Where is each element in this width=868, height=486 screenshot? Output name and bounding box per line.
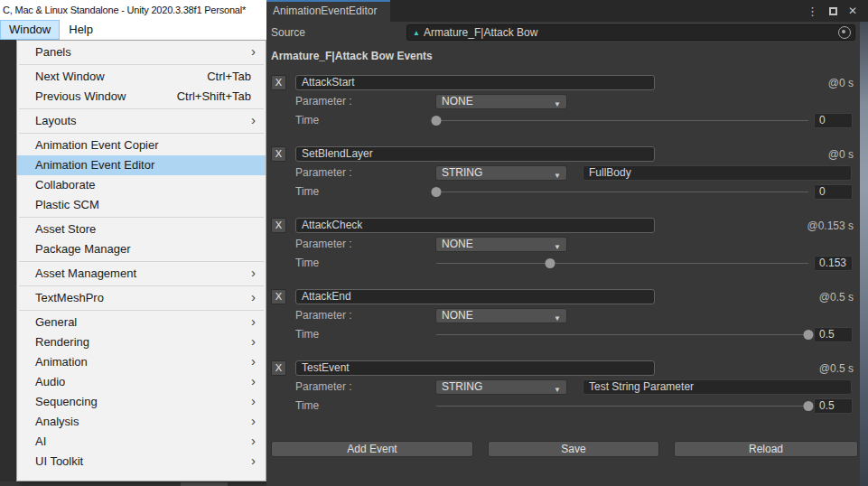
parameter-string-field[interactable]: FullBody xyxy=(583,165,852,181)
chevron-down-icon: ▼ xyxy=(554,98,561,111)
menu-item-textmeshpro[interactable]: TextMeshPro › xyxy=(17,288,266,308)
window-controls: ⋮ ✕ xyxy=(807,0,857,22)
slider-handle[interactable] xyxy=(432,187,442,197)
object-picker-icon[interactable] xyxy=(838,26,851,39)
event-row: X TestEvent @0.5 s Parameter : STRING ▼ … xyxy=(271,360,854,416)
parameter-string-field[interactable]: Test String Parameter xyxy=(583,379,852,395)
parameter-type-dropdown[interactable]: NONE ▼ xyxy=(435,237,567,252)
menu-item-analysis[interactable]: Analysis › xyxy=(17,412,266,432)
delete-event-button[interactable]: X xyxy=(271,218,286,233)
obscured-ui-fragment xyxy=(181,482,228,486)
event-name-field[interactable]: AttackEnd xyxy=(295,289,655,304)
time-value-field[interactable]: 0.153 xyxy=(814,256,853,271)
event-name-field[interactable]: TestEvent xyxy=(295,360,655,376)
submenu-arrow-icon: › xyxy=(251,110,256,130)
delete-event-button[interactable]: X xyxy=(271,146,286,162)
menu-item-package-manager[interactable]: Package Manager xyxy=(17,239,266,259)
time-value-field[interactable]: 0.5 xyxy=(814,398,853,414)
submenu-arrow-icon: › xyxy=(251,42,256,61)
menubar-item-help[interactable]: Help xyxy=(60,20,102,40)
parameter-type-dropdown[interactable]: NONE ▼ xyxy=(435,308,567,323)
submenu-arrow-icon: › xyxy=(251,371,256,391)
animation-clip-icon: ▲ xyxy=(413,29,420,37)
maximize-icon[interactable] xyxy=(829,7,837,15)
time-value-field[interactable]: 0 xyxy=(814,184,853,200)
parameter-label: Parameter : xyxy=(295,309,352,322)
tab-bar: AnimationEventEditor ⋮ ✕ xyxy=(266,0,868,22)
desktop-edge-strip xyxy=(860,22,868,486)
submenu-arrow-icon: › xyxy=(251,451,256,471)
submenu-arrow-icon: › xyxy=(251,411,256,431)
parameter-label: Parameter : xyxy=(295,95,352,107)
menu-item-audio[interactable]: Audio › xyxy=(17,372,266,392)
menu-item-previous-window[interactable]: Previous Window Ctrl+Shift+Tab xyxy=(17,87,266,107)
menu-item-layouts[interactable]: Layouts › xyxy=(17,111,266,131)
tab-animation-event-editor[interactable]: AnimationEventEditor xyxy=(266,0,390,22)
time-slider[interactable] xyxy=(436,113,808,128)
menu-item-rendering[interactable]: Rendering › xyxy=(17,332,266,352)
menu-item-animation-event-editor[interactable]: Animation Event Editor xyxy=(17,155,266,175)
slider-track xyxy=(436,263,808,264)
menu-item-asset-store[interactable]: Asset Store xyxy=(17,220,266,239)
close-icon[interactable]: ✕ xyxy=(848,5,857,17)
time-label: Time xyxy=(295,257,319,269)
menu-item-general[interactable]: General › xyxy=(17,313,266,332)
time-value-field[interactable]: 0 xyxy=(814,113,853,128)
slider-track xyxy=(436,192,808,192)
time-slider[interactable] xyxy=(436,327,808,342)
time-slider[interactable] xyxy=(436,184,808,200)
event-name-field[interactable]: AttackCheck xyxy=(295,218,655,233)
menu-separator xyxy=(19,310,264,311)
parameter-type-dropdown[interactable]: STRING ▼ xyxy=(435,165,567,181)
time-value-field[interactable]: 0.5 xyxy=(814,327,853,342)
delete-event-button[interactable]: X xyxy=(271,360,286,376)
menu-item-asset-management[interactable]: Asset Management › xyxy=(17,264,266,284)
slider-track xyxy=(436,120,808,121)
menu-item-next-window[interactable]: Next Window Ctrl+Tab xyxy=(17,67,266,87)
menu-item-panels[interactable]: Panels › xyxy=(17,42,266,62)
footer-buttons: Add Event Save Reload xyxy=(271,441,858,457)
submenu-arrow-icon: › xyxy=(251,312,256,332)
submenu-arrow-icon: › xyxy=(251,332,256,351)
menu-item-animation-event-copier[interactable]: Animation Event Copier xyxy=(17,136,266,155)
chevron-down-icon: ▼ xyxy=(554,383,561,397)
menu-item-ai[interactable]: AI › xyxy=(17,432,266,452)
event-name-field[interactable]: SetBlendLayer xyxy=(295,146,655,162)
event-row: X SetBlendLayer @0 s Parameter : STRING … xyxy=(271,146,854,202)
delete-event-button[interactable]: X xyxy=(271,289,286,304)
time-slider[interactable] xyxy=(436,398,808,414)
slider-track xyxy=(436,406,808,407)
parameter-type-dropdown[interactable]: STRING ▼ xyxy=(435,379,567,395)
menu-item-collaborate[interactable]: Collaborate xyxy=(17,175,266,195)
menu-separator xyxy=(19,217,264,218)
menu-item-sequencing[interactable]: Sequencing › xyxy=(17,392,266,412)
time-label: Time xyxy=(295,399,319,412)
menu-item-plastic-scm[interactable]: Plastic SCM xyxy=(17,195,266,215)
slider-handle[interactable] xyxy=(432,116,442,126)
slider-handle[interactable] xyxy=(804,330,814,340)
event-name-field[interactable]: AttackStart xyxy=(295,75,655,90)
slider-handle[interactable] xyxy=(804,401,814,411)
animation-event-editor-window: AnimationEventEditor ⋮ ✕ Source ▲ Armatu… xyxy=(266,0,868,486)
source-object-field[interactable]: ▲ Armature_F|Attack Bow xyxy=(406,24,855,41)
time-label: Time xyxy=(295,185,319,198)
delete-event-button[interactable]: X xyxy=(271,75,286,90)
chevron-down-icon: ▼ xyxy=(554,240,561,254)
menu-separator xyxy=(19,261,264,262)
slider-handle[interactable] xyxy=(546,258,555,268)
menu-item-ui-toolkit[interactable]: UI Toolkit › xyxy=(17,452,266,472)
parameter-label: Parameter : xyxy=(295,166,352,179)
kebab-menu-icon[interactable]: ⋮ xyxy=(807,5,818,18)
event-row: X AttackCheck @0.153 s Parameter : NONE … xyxy=(271,218,854,274)
menu-item-animation[interactable]: Animation › xyxy=(17,352,266,372)
menubar-item-window[interactable]: Window xyxy=(0,20,60,40)
add-event-button[interactable]: Add Event xyxy=(271,441,473,457)
parameter-type-dropdown[interactable]: NONE ▼ xyxy=(435,94,567,109)
time-slider[interactable] xyxy=(436,256,808,271)
submenu-arrow-icon: › xyxy=(251,263,256,283)
reload-button[interactable]: Reload xyxy=(674,441,858,457)
menu-separator xyxy=(19,64,264,65)
event-row: X AttackStart @0 s Parameter : NONE ▼ Ti… xyxy=(271,75,854,131)
submenu-arrow-icon: › xyxy=(251,431,256,451)
save-button[interactable]: Save xyxy=(488,441,659,457)
